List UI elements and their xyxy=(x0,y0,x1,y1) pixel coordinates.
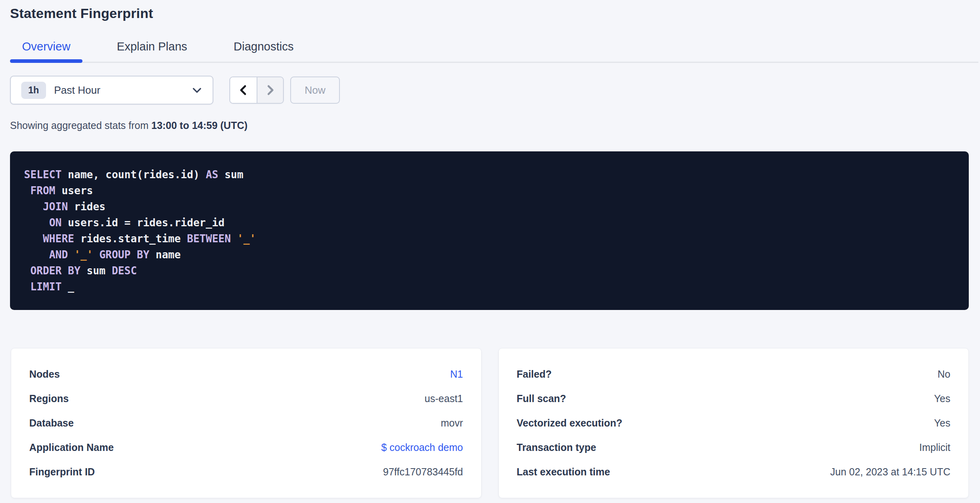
sql-code: SELECT name, count(rides.id) AS sum FROM… xyxy=(24,167,955,295)
card-row: NodesN1 xyxy=(29,362,463,386)
previous-interval-button[interactable] xyxy=(230,77,257,103)
card-row: Full scan?Yes xyxy=(517,386,951,411)
active-tab-underline xyxy=(10,59,82,63)
sql-line: AND '_' GROUP BY name xyxy=(24,247,955,263)
card-row-label: Regions xyxy=(29,393,69,404)
summary-cards: NodesN1Regionsus-east1DatabasemovrApplic… xyxy=(11,348,969,498)
sql-line: SELECT name, count(rides.id) AS sum xyxy=(24,167,955,183)
tab-bar: Overview Explain Plans Diagnostics xyxy=(10,40,978,63)
now-button[interactable]: Now xyxy=(290,76,340,104)
card-value: No xyxy=(938,368,950,380)
card-value: 97ffc170783445fd xyxy=(383,466,463,478)
card-row-label: Fingerprint ID xyxy=(29,466,95,478)
card-row: Last execution timeJun 02, 2023 at 14:15… xyxy=(517,460,951,484)
card-row: Application Name$ cockroach demo xyxy=(29,435,463,460)
card-row-label: Application Name xyxy=(29,442,114,453)
tab-explain-plans[interactable]: Explain Plans xyxy=(105,40,199,62)
aggregated-stats-text: Showing aggregated stats from 13:00 to 1… xyxy=(10,120,969,131)
interval-badge: 1h xyxy=(21,82,46,99)
tab-diagnostics[interactable]: Diagnostics xyxy=(222,40,306,62)
stats-prefix: Showing aggregated stats from xyxy=(10,120,151,131)
card-row: Failed?No xyxy=(517,362,951,386)
sql-line: ON users.id = rides.rider_id xyxy=(24,215,955,231)
card-value: Yes xyxy=(934,393,950,404)
statement-fingerprint-page: Statement Fingerprint Overview Explain P… xyxy=(0,0,980,503)
sql-statement-box: SELECT name, count(rides.id) AS sum FROM… xyxy=(10,151,969,310)
time-range-select[interactable]: 1h Past Hour xyxy=(10,76,213,105)
card-row: Databasemovr xyxy=(29,411,463,435)
next-interval-button[interactable] xyxy=(257,77,283,103)
chevron-down-icon xyxy=(191,84,203,96)
card-value: Jun 02, 2023 at 14:15 UTC xyxy=(830,466,950,478)
card-row-label: Last execution time xyxy=(517,466,610,478)
stats-range: 13:00 to 14:59 (UTC) xyxy=(151,120,247,131)
time-step-buttons xyxy=(229,76,284,104)
card-row: Regionsus-east1 xyxy=(29,386,463,411)
tab-label: Diagnostics xyxy=(234,40,294,53)
tab-label: Overview xyxy=(22,40,70,53)
execution-attributes-card: Failed?NoFull scan?YesVectorized executi… xyxy=(498,348,969,498)
sql-line: JOIN rides xyxy=(24,199,955,215)
card-row: Transaction typeImplicit xyxy=(517,435,951,460)
card-row: Fingerprint ID97ffc170783445fd xyxy=(29,460,463,484)
chevron-left-icon xyxy=(237,83,250,97)
statement-details-card: NodesN1Regionsus-east1DatabasemovrApplic… xyxy=(11,348,482,498)
sql-line: LIMIT _ xyxy=(24,279,955,295)
sql-line: FROM users xyxy=(24,183,955,199)
card-value: us-east1 xyxy=(425,393,463,404)
chevron-right-icon xyxy=(263,83,277,97)
time-controls: 1h Past Hour Now xyxy=(10,76,969,105)
card-row-label: Full scan? xyxy=(517,393,566,404)
card-row-label: Nodes xyxy=(29,368,60,380)
card-value: movr xyxy=(441,417,463,429)
card-value: Yes xyxy=(934,417,950,429)
card-value: Implicit xyxy=(919,442,950,453)
sql-line: ORDER BY sum DESC xyxy=(24,263,955,279)
card-row-label: Database xyxy=(29,417,74,429)
card-row-label: Transaction type xyxy=(517,442,596,453)
time-range-label: Past Hour xyxy=(54,84,100,97)
tab-overview[interactable]: Overview xyxy=(10,40,82,62)
card-row-label: Vectorized execution? xyxy=(517,417,623,429)
tab-label: Explain Plans xyxy=(117,40,187,53)
card-row-label: Failed? xyxy=(517,368,552,380)
card-value-link[interactable]: N1 xyxy=(450,368,463,380)
card-value-link[interactable]: $ cockroach demo xyxy=(381,442,463,453)
sql-line: WHERE rides.start_time BETWEEN '_' xyxy=(24,231,955,247)
card-row: Vectorized execution?Yes xyxy=(517,411,951,435)
page-title: Statement Fingerprint xyxy=(10,0,969,21)
